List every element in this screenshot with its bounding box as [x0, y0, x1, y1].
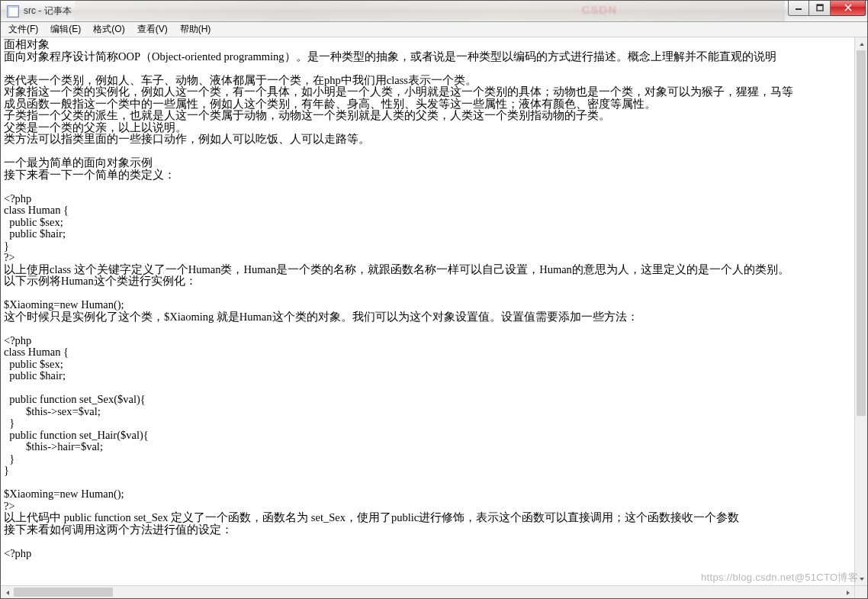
maximize-icon	[816, 4, 824, 11]
editor-area: 面相对象 面向对象程序设计简称OOP（Object-oriented progr…	[1, 37, 867, 598]
menu-help[interactable]: 帮助(H)	[174, 22, 217, 37]
vertical-scroll-thumb[interactable]	[857, 50, 866, 416]
window-control-buttons	[788, 1, 866, 16]
window-title: src - 记事本	[24, 5, 72, 18]
menu-file[interactable]: 文件(F)	[2, 22, 44, 37]
text-content[interactable]: 面相对象 面向对象程序设计简称OOP（Object-oriented progr…	[1, 37, 854, 585]
menu-format[interactable]: 格式(O)	[87, 22, 130, 37]
menu-edit[interactable]: 编辑(E)	[44, 22, 87, 37]
vertical-scrollbar[interactable]	[854, 37, 867, 585]
vertical-scroll-track[interactable]	[855, 50, 867, 572]
minimize-button[interactable]	[788, 1, 809, 16]
svg-rect-0	[796, 8, 802, 10]
notepad-icon	[7, 5, 19, 18]
title-bar[interactable]: src - 记事本	[1, 1, 867, 22]
caret-left-icon	[5, 590, 11, 596]
close-button[interactable]	[831, 1, 866, 16]
caret-up-icon	[859, 41, 865, 47]
horizontal-scroll-track[interactable]	[14, 586, 841, 598]
caret-right-icon	[845, 590, 851, 596]
scroll-up-button[interactable]	[855, 37, 868, 50]
maximize-button[interactable]	[809, 1, 831, 16]
aero-glass-area	[75, 1, 785, 21]
notepad-window: src - 记事本 文件(F) 编辑(E) 格式(O) 查看(V) 帮助(H) …	[1, 1, 867, 598]
horizontal-scroll-thumb[interactable]	[14, 588, 113, 597]
scroll-corner	[854, 585, 867, 598]
scroll-left-button[interactable]	[1, 586, 14, 599]
caret-down-icon	[859, 576, 865, 582]
close-icon	[844, 4, 852, 11]
svg-rect-2	[817, 5, 823, 6]
menu-view[interactable]: 查看(V)	[131, 22, 174, 37]
scroll-down-button[interactable]	[855, 572, 868, 585]
minimize-icon	[795, 4, 802, 11]
horizontal-scrollbar[interactable]	[1, 585, 854, 598]
scroll-right-button[interactable]	[841, 586, 854, 599]
menu-bar: 文件(F) 编辑(E) 格式(O) 查看(V) 帮助(H)	[1, 22, 867, 37]
